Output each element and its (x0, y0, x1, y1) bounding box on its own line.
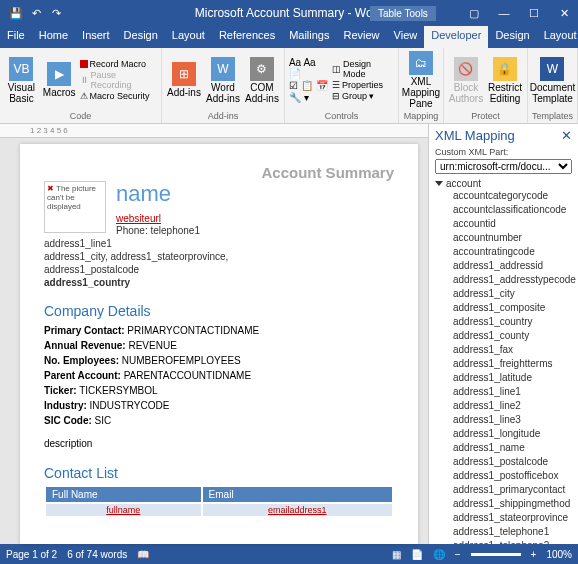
ribbon: VBVisual Basic ▶Macros Record Macro ⏸ Pa… (0, 48, 578, 124)
td-email: emailaddress1 (203, 504, 392, 516)
tree-node[interactable]: address1_county (435, 329, 578, 343)
tab-mailings[interactable]: Mailings (282, 26, 336, 48)
status-words[interactable]: 6 of 74 words (67, 549, 127, 560)
proofing-icon[interactable]: 📖 (137, 549, 149, 560)
tree-node[interactable]: address1_country (435, 315, 578, 329)
group-mapping: 🗂XML Mapping Pane Mapping (399, 48, 444, 123)
properties-button[interactable]: ☰ Properties (332, 80, 394, 90)
zoom-out-icon[interactable]: − (455, 549, 461, 560)
field-addr3: address1_postalcode (44, 263, 394, 276)
tree-node[interactable]: accountnumber (435, 231, 578, 245)
view-print-icon[interactable]: 📄 (411, 549, 423, 560)
macro-security-button[interactable]: ⚠ Macro Security (80, 91, 157, 101)
ribbon-tabs: FileHomeInsertDesignLayoutReferencesMail… (0, 26, 578, 48)
visual-basic-button[interactable]: VBVisual Basic (4, 57, 39, 104)
field-country: address1_country (44, 276, 394, 289)
tree-node[interactable]: accountratingcode (435, 245, 578, 259)
tree-node[interactable]: address1_city (435, 287, 578, 301)
tree-node[interactable]: accountclassificationcode (435, 203, 578, 217)
group-protect: 🚫Block Authors 🔒Restrict Editing Protect (444, 48, 528, 123)
save-icon[interactable]: 💾 (8, 5, 24, 21)
com-addins-button[interactable]: ⚙COM Add-ins (244, 57, 280, 104)
tree-node[interactable]: address1_primarycontact (435, 483, 578, 497)
restrict-editing-button[interactable]: 🔒Restrict Editing (487, 57, 523, 104)
status-page[interactable]: Page 1 of 2 (6, 549, 57, 560)
tab-insert[interactable]: Insert (75, 26, 117, 48)
broken-image-placeholder: The picture can't be displayed (44, 181, 106, 233)
tab-developer[interactable]: Developer (424, 26, 488, 48)
collapse-icon[interactable] (435, 181, 443, 186)
tab-home[interactable]: Home (32, 26, 75, 48)
section-company-details: Company Details (44, 303, 394, 319)
pane-close-icon[interactable]: ✕ (561, 128, 572, 143)
maximize-icon[interactable]: ☐ (524, 7, 544, 20)
tab-design[interactable]: Design (488, 26, 536, 48)
redo-icon[interactable]: ↷ (48, 5, 64, 21)
block-authors-button[interactable]: 🚫Block Authors (448, 57, 484, 104)
group-controls: Aa Aa 📄 ☑ 📋 📅 🔧 ▾ ◫ Design Mode ☰ Proper… (285, 48, 399, 123)
tree-node[interactable]: accountid (435, 217, 578, 231)
contact-table: Full NameEmail fullnameemailaddress1 (44, 485, 394, 518)
tab-layout[interactable]: Layout (165, 26, 212, 48)
tab-layout[interactable]: Layout (537, 26, 578, 48)
word-addins-button[interactable]: WWord Add-ins (205, 57, 241, 104)
tree-node[interactable]: address1_longitude (435, 427, 578, 441)
tree-node[interactable]: accountcategorycode (435, 189, 578, 203)
minimize-icon[interactable]: — (494, 7, 514, 20)
xml-mapping-button[interactable]: 🗂XML Mapping Pane (403, 51, 439, 109)
xml-tree[interactable]: account accountcategorycodeaccountclassi… (429, 176, 578, 544)
zoom-in-icon[interactable]: + (531, 549, 537, 560)
tab-view[interactable]: View (387, 26, 425, 48)
tab-review[interactable]: Review (337, 26, 387, 48)
xml-mapping-pane: XML Mapping ✕ Custom XML Part: urn:micro… (428, 124, 578, 544)
document-template-button[interactable]: WDocument Template (534, 57, 570, 104)
pane-subtitle: Custom XML Part: (429, 147, 578, 157)
options-icon[interactable]: ▢ (464, 7, 484, 20)
tree-node[interactable]: address1_telephone2 (435, 539, 578, 544)
tree-node[interactable]: address1_line2 (435, 399, 578, 413)
design-mode-button[interactable]: ◫ Design Mode (332, 59, 394, 79)
view-web-icon[interactable]: 🌐 (433, 549, 445, 560)
document-area: 1 2 3 4 5 6 Account Summary The picture … (0, 124, 428, 544)
titlebar: 💾 ↶ ↷ Microsoft Account Summary - Word T… (0, 0, 578, 26)
macros-button[interactable]: ▶Macros (42, 62, 77, 98)
close-icon[interactable]: ✕ (554, 7, 574, 20)
tree-node[interactable]: address1_name (435, 441, 578, 455)
tree-node[interactable]: address1_telephone1 (435, 525, 578, 539)
group-templates: WDocument Template Templates (528, 48, 578, 123)
tree-root[interactable]: account (435, 178, 578, 189)
tree-node[interactable]: address1_latitude (435, 371, 578, 385)
td-fullname: fullname (46, 504, 201, 516)
tree-node[interactable]: address1_fax (435, 343, 578, 357)
contextual-tab-label: Table Tools (370, 6, 436, 21)
tree-node[interactable]: address1_postofficebox (435, 469, 578, 483)
tree-node[interactable]: address1_shippingmethod (435, 497, 578, 511)
group-code: VBVisual Basic ▶Macros Record Macro ⏸ Pa… (0, 48, 162, 123)
view-read-icon[interactable]: ▦ (392, 549, 401, 560)
tree-node[interactable]: address1_freightterms (435, 357, 578, 371)
undo-icon[interactable]: ↶ (28, 5, 44, 21)
tree-node[interactable]: address1_addresstypecode (435, 273, 578, 287)
ruler[interactable]: 1 2 3 4 5 6 (0, 124, 428, 138)
tree-node[interactable]: address1_addressid (435, 259, 578, 273)
addins-button[interactable]: ⊞Add-ins (166, 62, 202, 98)
tree-node[interactable]: address1_postalcode (435, 455, 578, 469)
tree-node[interactable]: address1_line1 (435, 385, 578, 399)
record-icon (80, 60, 88, 68)
th-email: Email (203, 487, 392, 502)
tab-file[interactable]: File (0, 26, 32, 48)
pause-recording-button[interactable]: ⏸ Pause Recording (80, 70, 157, 90)
zoom-level[interactable]: 100% (546, 549, 572, 560)
record-macro-button[interactable]: Record Macro (80, 59, 157, 69)
field-addr1: address1_line1 (44, 237, 394, 250)
tab-references[interactable]: References (212, 26, 282, 48)
tab-design[interactable]: Design (117, 26, 165, 48)
tree-node[interactable]: address1_stateorprovince (435, 511, 578, 525)
group-button[interactable]: ⊟ Group ▾ (332, 91, 394, 101)
tree-node[interactable]: address1_line3 (435, 413, 578, 427)
tree-node[interactable]: address1_composite (435, 301, 578, 315)
document-page[interactable]: Account Summary The picture can't be dis… (20, 144, 418, 544)
zoom-slider[interactable] (471, 553, 521, 556)
xml-part-select[interactable]: urn:microsoft-crm/docu... (435, 159, 572, 174)
status-bar: Page 1 of 2 6 of 74 words 📖 ▦ 📄 🌐 − + 10… (0, 544, 578, 564)
